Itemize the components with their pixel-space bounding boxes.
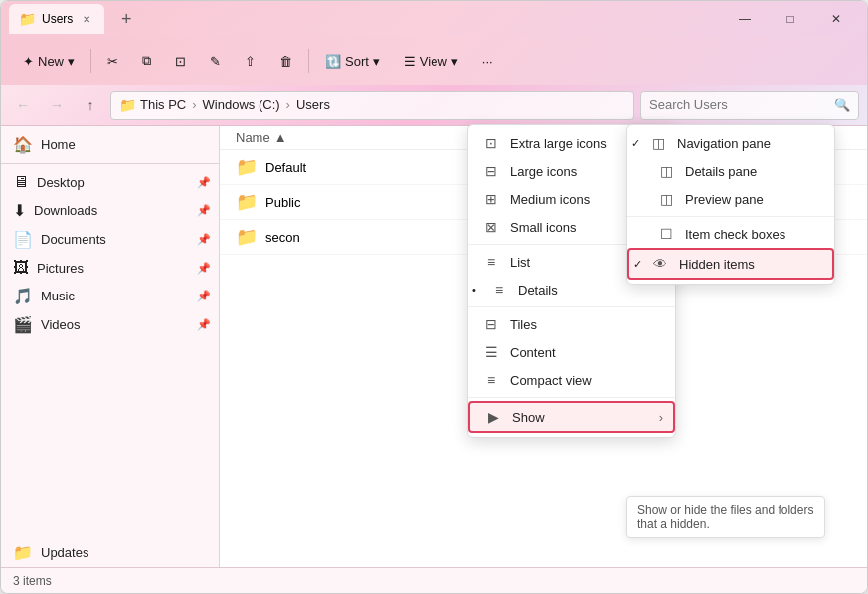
menu-divider-3 — [468, 397, 675, 398]
sidebar-divider — [1, 163, 219, 164]
search-box[interactable]: 🔍 — [640, 91, 859, 120]
sidebar-item-updates[interactable]: 📁 Updates — [1, 538, 219, 567]
sidebar-item-downloads-label: Downloads — [34, 203, 97, 218]
content-label: Content — [510, 345, 556, 360]
tab-users[interactable]: 📁 Users ✕ — [9, 4, 104, 34]
paste-button[interactable]: ⊡ — [165, 50, 196, 73]
rename-button[interactable]: ✎ — [200, 50, 231, 73]
pin-icon-pictures: 📌 — [197, 262, 211, 275]
close-button[interactable]: ✕ — [813, 1, 859, 37]
music-icon: 🎵 — [13, 287, 33, 305]
menu-item-check-boxes[interactable]: ☐ Item check boxes — [627, 220, 834, 248]
menu-tiles[interactable]: ⊟ Tiles — [468, 310, 675, 338]
sidebar-item-documents-label: Documents — [41, 232, 106, 247]
breadcrumb-windows: Windows (C:) — [203, 98, 280, 112]
sidebar-item-home[interactable]: 🏠 Home — [1, 130, 219, 159]
pin-icon-downloads: 📌 — [197, 204, 211, 217]
menu-show[interactable]: ▶ Show › — [468, 401, 675, 433]
nav-pane-icon: ◫ — [649, 135, 667, 151]
more-icon: ··· — [482, 54, 493, 69]
folder-icon-public: 📁 — [236, 191, 258, 213]
videos-icon: 🎬 — [13, 315, 33, 334]
view-button[interactable]: ☰ View ▾ — [394, 50, 468, 73]
sidebar-item-videos-label: Videos — [41, 317, 81, 332]
new-button[interactable]: ✦ New ▾ — [13, 50, 85, 73]
pin-icon-music: 📌 — [197, 290, 211, 302]
item-check-boxes-label: Item check boxes — [685, 227, 785, 242]
share-icon: ⇧ — [245, 54, 256, 69]
large-icons-icon: ⊟ — [482, 163, 500, 179]
sort-arrow: ▲ — [274, 130, 287, 145]
share-button[interactable]: ⇧ — [235, 50, 265, 73]
sidebar-item-downloads[interactable]: ⬇ Downloads 📌 — [1, 196, 219, 225]
toolbar: ✦ New ▾ ✂ ⧉ ⊡ ✎ ⇧ 🗑 🔃 Sort ▾ ☰ — [1, 37, 867, 85]
menu-content[interactable]: ☰ Content — [468, 338, 675, 366]
compact-view-label: Compact view — [510, 373, 592, 388]
minimize-button[interactable]: — — [722, 1, 768, 37]
copy-button[interactable]: ⧉ — [132, 49, 161, 73]
maximize-button[interactable]: □ — [768, 1, 813, 37]
search-input[interactable] — [649, 98, 828, 112]
tiles-icon: ⊟ — [482, 316, 500, 332]
menu-hidden-items[interactable]: ✓ 👁 Hidden items — [627, 248, 834, 280]
desktop-icon: 🖥 — [13, 173, 29, 191]
delete-icon: 🗑 — [279, 54, 292, 69]
cut-button[interactable]: ✂ — [97, 50, 128, 73]
nav-pane-label: Navigation pane — [677, 136, 771, 151]
show-submenu-divider — [627, 216, 834, 217]
paste-icon: ⊡ — [175, 54, 186, 69]
medium-icons-label: Medium icons — [510, 192, 590, 207]
sidebar: 🏠 Home 🖥 Desktop 📌 ⬇ Downloads 📌 📄 Docum… — [1, 126, 220, 567]
view-icon: ☰ — [404, 54, 416, 69]
sidebar-item-music[interactable]: 🎵 Music 📌 — [1, 282, 219, 310]
title-bar-left: 📁 Users ✕ + — [9, 4, 722, 34]
sidebar-item-music-label: Music — [41, 289, 75, 303]
new-tab-button[interactable]: + — [112, 5, 140, 33]
address-input[interactable]: 📁 This PC › Windows (C:) › Users — [110, 91, 634, 120]
pictures-icon: 🖼 — [13, 259, 29, 277]
rename-icon: ✎ — [210, 54, 221, 69]
preview-pane-icon: ◫ — [657, 191, 675, 207]
tab-close-button[interactable]: ✕ — [79, 11, 94, 27]
menu-navigation-pane[interactable]: ✓ ◫ Navigation pane — [627, 129, 834, 157]
medium-icons-icon: ⊞ — [482, 191, 500, 207]
menu-compact-view[interactable]: ≡ Compact view — [468, 366, 675, 394]
new-label: New — [38, 54, 64, 69]
tiles-label: Tiles — [510, 317, 537, 332]
new-icon: ✦ — [23, 54, 34, 69]
hidden-items-label: Hidden items — [679, 257, 755, 272]
back-button[interactable]: ← — [9, 92, 37, 119]
toolbar-divider-1 — [90, 49, 91, 73]
details-check: • — [472, 284, 476, 296]
pin-icon-videos: 📌 — [197, 318, 211, 331]
sort-chevron: ▾ — [373, 54, 380, 69]
extra-large-icons-icon: ⊡ — [482, 135, 500, 151]
more-button[interactable]: ··· — [472, 50, 503, 73]
address-bar: ← → ↑ 📁 This PC › Windows (C:) › Users 🔍 — [1, 85, 867, 126]
delete-button[interactable]: 🗑 — [269, 50, 302, 73]
home-icon: 🏠 — [13, 135, 33, 154]
forward-button[interactable]: → — [43, 92, 71, 119]
content-icon: ☰ — [482, 344, 500, 360]
status-bar: 3 items — [1, 567, 867, 593]
menu-details-pane[interactable]: ◫ Details pane — [627, 157, 834, 185]
list-icon: ≡ — [482, 254, 500, 270]
search-icon: 🔍 — [834, 98, 850, 112]
list-label: List — [510, 255, 530, 270]
check-boxes-icon: ☐ — [657, 226, 675, 242]
copy-icon: ⧉ — [142, 53, 151, 69]
sort-icon: 🔃 — [325, 54, 341, 69]
sidebar-item-videos[interactable]: 🎬 Videos 📌 — [1, 310, 219, 339]
folder-icon-secon: 📁 — [236, 226, 258, 248]
sidebar-item-desktop[interactable]: 🖥 Desktop 📌 — [1, 168, 219, 196]
sidebar-item-updates-label: Updates — [41, 545, 88, 560]
pin-icon-documents: 📌 — [197, 233, 211, 246]
tab-label: Users — [42, 12, 73, 26]
sidebar-item-desktop-label: Desktop — [37, 175, 85, 190]
documents-icon: 📄 — [13, 230, 33, 249]
sidebar-item-documents[interactable]: 📄 Documents 📌 — [1, 225, 219, 254]
up-button[interactable]: ↑ — [77, 92, 104, 119]
menu-preview-pane[interactable]: ◫ Preview pane — [627, 185, 834, 213]
sort-button[interactable]: 🔃 Sort ▾ — [315, 50, 390, 73]
sidebar-item-pictures[interactable]: 🖼 Pictures 📌 — [1, 254, 219, 282]
